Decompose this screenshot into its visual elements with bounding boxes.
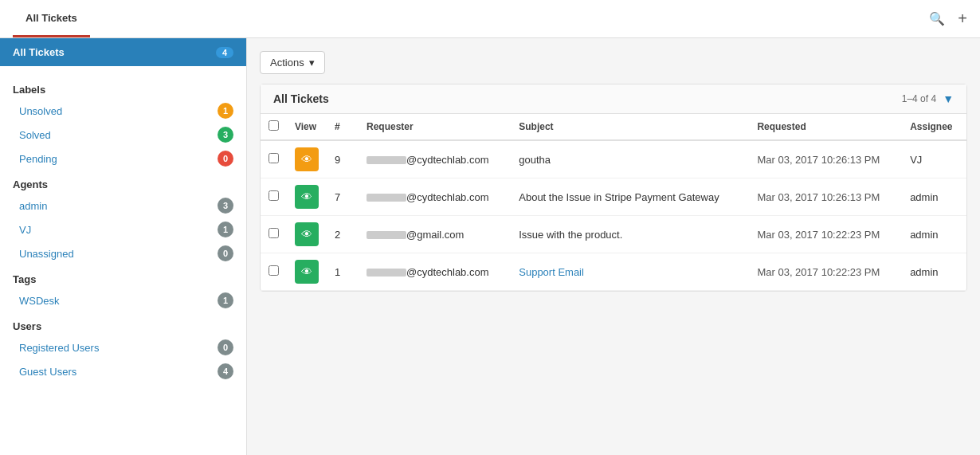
header: All Tickets 🔍 + xyxy=(0,0,980,38)
actions-bar: Actions ▾ xyxy=(260,51,967,74)
labels-section-title: Labels xyxy=(0,76,246,99)
col-assignee: Assignee xyxy=(902,114,966,140)
registered-users-count: 0 xyxy=(218,339,233,355)
col-subject: Subject xyxy=(511,114,749,140)
col-requester: Requester xyxy=(359,114,511,140)
main-content: Actions ▾ All Tickets 1–4 of 4 ▼ xyxy=(247,38,980,455)
row-number-cell: 2 xyxy=(327,216,359,253)
sidebar-item-unassigned[interactable]: Unassigned 0 xyxy=(0,241,246,265)
agents-section-title: Agents xyxy=(0,171,246,194)
table-row: 👁 2 @gmail.com Issue with the product. M… xyxy=(261,216,966,253)
registered-users-label: Registered Users xyxy=(19,342,99,354)
vj-label: VJ xyxy=(19,224,31,236)
eye-icon: 👁 xyxy=(301,153,312,166)
requester-redacted xyxy=(367,194,406,202)
tab-all-tickets[interactable]: All Tickets xyxy=(13,0,90,37)
wsdesk-count: 1 xyxy=(218,292,233,308)
sidebar-item-wsdesk[interactable]: WSDesk 1 xyxy=(0,288,246,312)
wsdesk-label: WSDesk xyxy=(19,295,60,307)
unassigned-count: 0 xyxy=(218,245,233,261)
row-assignee-cell: admin xyxy=(902,216,966,253)
requester-redacted xyxy=(367,269,406,277)
tickets-panel-header: All Tickets 1–4 of 4 ▼ xyxy=(261,84,966,114)
view-icon-wrapper[interactable]: 👁 xyxy=(295,222,319,246)
sidebar-item-registered-users[interactable]: Registered Users 0 xyxy=(0,335,246,359)
row-subject-cell: Support Email xyxy=(511,253,749,291)
row-assignee-cell: admin xyxy=(902,178,966,216)
row-checkbox-cell xyxy=(261,216,287,253)
layout: All Tickets 4 Labels Unsolved 1 Solved 3… xyxy=(0,38,980,455)
row-number-cell: 1 xyxy=(327,253,359,291)
row-assignee-cell: admin xyxy=(902,253,966,291)
filter-icon[interactable]: ▼ xyxy=(943,92,954,105)
subject-link[interactable]: Support Email xyxy=(519,266,584,278)
actions-button[interactable]: Actions ▾ xyxy=(260,51,325,74)
table-row: 👁 7 @cydtechlab.com About the Issue in S… xyxy=(261,178,966,216)
sidebar-item-pending[interactable]: Pending 0 xyxy=(0,147,246,171)
guest-users-count: 4 xyxy=(218,363,233,379)
row-checkbox-cell xyxy=(261,178,287,216)
select-all-checkbox[interactable] xyxy=(269,120,279,131)
tab-label: All Tickets xyxy=(25,12,77,24)
table-header-row: View # Requester Subject Requested Assig… xyxy=(261,114,966,140)
row-checkbox[interactable] xyxy=(269,228,279,238)
requester-redacted xyxy=(367,231,406,239)
search-icon[interactable]: 🔍 xyxy=(929,11,945,26)
pending-count: 0 xyxy=(218,151,233,167)
row-number-cell: 9 xyxy=(327,140,359,178)
header-icons: 🔍 + xyxy=(929,10,967,28)
row-number-cell: 7 xyxy=(327,178,359,216)
sidebar-item-vj[interactable]: VJ 1 xyxy=(0,218,246,241)
guest-users-label: Guest Users xyxy=(19,366,76,378)
sidebar: All Tickets 4 Labels Unsolved 1 Solved 3… xyxy=(0,38,247,455)
row-requester-cell: @cydtechlab.com xyxy=(359,178,511,216)
sidebar-all-tickets-count: 4 xyxy=(216,47,233,58)
sidebar-item-unsolved[interactable]: Unsolved 1 xyxy=(0,99,246,123)
unassigned-label: Unassigned xyxy=(19,248,74,260)
solved-label: Solved xyxy=(19,129,51,141)
row-requester-cell: @cydtechlab.com xyxy=(359,253,511,291)
row-date-cell: Mar 03, 2017 10:22:23 PM xyxy=(749,253,902,291)
subject-text: About the Issue in Stripe Payment Gatewa… xyxy=(519,191,719,203)
row-checkbox[interactable] xyxy=(269,265,279,276)
sidebar-item-admin[interactable]: admin 3 xyxy=(0,194,246,218)
row-subject-cell: About the Issue in Stripe Payment Gatewa… xyxy=(511,178,749,216)
add-icon[interactable]: + xyxy=(958,10,967,28)
pending-label: Pending xyxy=(19,153,57,165)
chevron-down-icon: ▾ xyxy=(309,57,315,69)
row-subject-cell: goutha xyxy=(511,140,749,178)
view-icon-wrapper[interactable]: 👁 xyxy=(295,260,319,284)
row-checkbox[interactable] xyxy=(269,153,279,163)
tickets-panel: All Tickets 1–4 of 4 ▼ View # Requester xyxy=(260,84,967,292)
requester-redacted xyxy=(367,156,406,164)
col-view: View xyxy=(287,114,327,140)
table-row: 👁 9 @cydtechlab.com goutha Mar 03, 2017 … xyxy=(261,140,966,178)
row-checkbox-cell xyxy=(261,253,287,291)
row-view-cell: 👁 xyxy=(287,216,327,253)
row-date-cell: Mar 03, 2017 10:26:13 PM xyxy=(749,140,902,178)
row-date-cell: Mar 03, 2017 10:26:13 PM xyxy=(749,178,902,216)
subject-text: Issue with the product. xyxy=(519,229,622,241)
row-requester-cell: @cydtechlab.com xyxy=(359,140,511,178)
row-checkbox-cell xyxy=(261,140,287,178)
requester-suffix: @cydtechlab.com xyxy=(406,154,489,166)
users-section-title: Users xyxy=(0,312,246,335)
unsolved-label: Unsolved xyxy=(19,105,62,117)
row-view-cell: 👁 xyxy=(287,140,327,178)
row-checkbox[interactable] xyxy=(269,190,279,201)
sidebar-item-solved[interactable]: Solved 3 xyxy=(0,123,246,147)
sidebar-all-tickets[interactable]: All Tickets 4 xyxy=(0,38,246,66)
requester-suffix: @cydtechlab.com xyxy=(406,191,489,203)
row-date-cell: Mar 03, 2017 10:22:23 PM xyxy=(749,216,902,253)
pagination-text: 1–4 of 4 xyxy=(902,93,936,104)
table-row: 👁 1 @cydtechlab.com Support Email Mar 03… xyxy=(261,253,966,291)
tags-section-title: Tags xyxy=(0,265,246,288)
row-assignee-cell: VJ xyxy=(902,140,966,178)
row-view-cell: 👁 xyxy=(287,178,327,216)
view-icon-wrapper[interactable]: 👁 xyxy=(295,147,319,171)
sidebar-all-tickets-label: All Tickets xyxy=(13,46,65,58)
requester-suffix: @gmail.com xyxy=(406,229,464,241)
view-icon-wrapper[interactable]: 👁 xyxy=(295,185,319,209)
sidebar-item-guest-users[interactable]: Guest Users 4 xyxy=(0,359,246,383)
admin-label: admin xyxy=(19,200,47,212)
